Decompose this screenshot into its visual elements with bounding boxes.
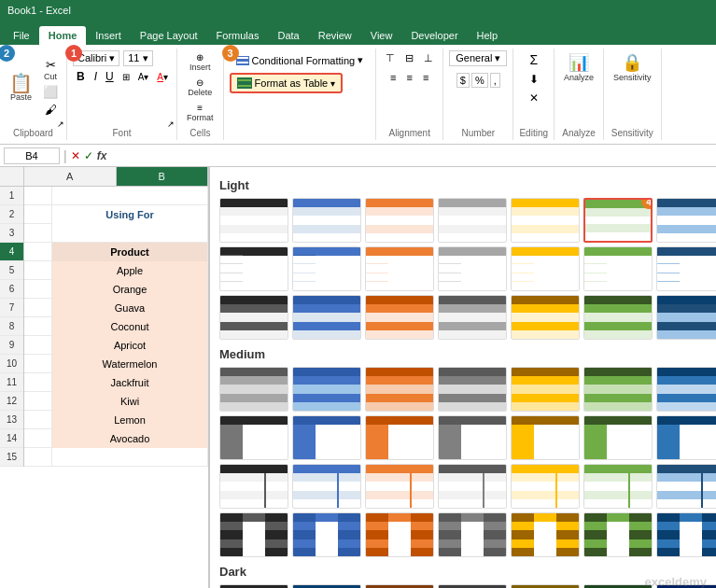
gallery-item[interactable] <box>511 464 580 509</box>
gallery-item[interactable] <box>292 415 361 460</box>
clear-button[interactable]: ✕ <box>526 90 542 106</box>
align-middle-button[interactable]: ⊟ <box>401 50 417 66</box>
gallery-item[interactable] <box>219 584 288 588</box>
gallery-item[interactable] <box>292 295 361 340</box>
cell-b11[interactable]: Jackfruit <box>52 373 208 392</box>
cell-a3[interactable] <box>24 224 52 243</box>
sensitivity-button[interactable]: 🔒 Sensitivity <box>610 50 655 84</box>
insert-cells-button[interactable]: ⊕Insert <box>186 50 215 74</box>
gallery-item[interactable] <box>656 295 716 340</box>
align-top-button[interactable]: ⊤ <box>382 50 399 66</box>
row-num-3[interactable]: 3 <box>0 224 23 243</box>
formula-function-button[interactable]: fx <box>97 149 107 162</box>
gallery-item[interactable] <box>656 246 716 291</box>
gallery-item[interactable] <box>219 464 288 509</box>
gallery-item[interactable] <box>292 584 361 588</box>
gallery-item[interactable] <box>583 512 653 557</box>
conditional-formatting-button[interactable]: Conditional Formatting ▾ <box>230 50 371 70</box>
bold-button[interactable]: B <box>73 68 89 85</box>
underline-button[interactable]: U <box>103 69 117 84</box>
gallery-item[interactable] <box>511 246 580 291</box>
formula-cancel-button[interactable]: ✕ <box>71 149 80 162</box>
gallery-item[interactable] <box>219 367 288 412</box>
name-box[interactable] <box>4 147 60 164</box>
gallery-item[interactable] <box>583 367 653 412</box>
align-right-button[interactable]: ≡ <box>419 70 432 85</box>
gallery-item[interactable] <box>583 295 653 340</box>
gallery-item[interactable] <box>438 367 507 412</box>
gallery-item[interactable] <box>219 246 288 291</box>
copy-button[interactable]: ⬜ <box>40 84 61 100</box>
row-num-5[interactable]: 5 <box>0 261 23 280</box>
align-bottom-button[interactable]: ⊥ <box>420 50 437 66</box>
gallery-item[interactable] <box>511 584 580 588</box>
gallery-item[interactable] <box>511 198 580 243</box>
tab-formulas[interactable]: Formulas <box>207 26 269 45</box>
gallery-item[interactable] <box>511 512 580 557</box>
gallery-item[interactable] <box>656 367 716 412</box>
cell-a6[interactable] <box>24 280 52 299</box>
gallery-item[interactable] <box>292 464 361 509</box>
gallery-item[interactable] <box>292 512 361 557</box>
analyze-data-button[interactable]: 📊 Analyze <box>560 50 597 84</box>
format-cells-button[interactable]: ≡Format <box>183 101 218 124</box>
cell-b12[interactable]: Kiwi <box>52 392 208 411</box>
tab-help[interactable]: Help <box>468 26 508 45</box>
cell-a9[interactable] <box>24 336 52 355</box>
gallery-item[interactable] <box>656 415 716 460</box>
formula-input[interactable] <box>110 150 712 161</box>
align-left-button[interactable]: ≡ <box>386 70 400 85</box>
tab-page-layout[interactable]: Page Layout <box>131 26 207 45</box>
gallery-item[interactable] <box>365 295 434 340</box>
cut-button[interactable]: ✂ Cut <box>40 57 61 82</box>
gallery-item[interactable] <box>656 512 716 557</box>
align-center-button[interactable]: ≡ <box>403 70 416 85</box>
gallery-item[interactable] <box>219 198 288 243</box>
gallery-item[interactable] <box>365 584 434 588</box>
gallery-item[interactable] <box>511 367 580 412</box>
border-button[interactable]: ⊞ <box>119 71 133 83</box>
gallery-item[interactable] <box>656 464 716 509</box>
cell-a14[interactable] <box>24 429 52 448</box>
number-format-dropdown[interactable]: General ▾ <box>449 50 507 66</box>
row-num-11[interactable]: 11 <box>0 373 23 392</box>
tab-insert[interactable]: Insert <box>86 26 131 45</box>
gallery-item[interactable] <box>438 512 507 557</box>
cell-b9[interactable]: Apricot <box>52 336 208 355</box>
cell-b3[interactable] <box>52 224 208 243</box>
gallery-item[interactable] <box>438 246 507 291</box>
tab-home[interactable]: Home <box>39 26 87 45</box>
font-size-dropdown[interactable]: 11 ▾ <box>123 50 152 66</box>
cell-a4[interactable] <box>24 243 52 261</box>
gallery-item[interactable] <box>365 464 434 509</box>
cell-b2[interactable]: Using For <box>52 205 208 224</box>
formula-confirm-button[interactable]: ✓ <box>84 149 93 162</box>
gallery-item[interactable] <box>292 198 361 243</box>
cell-b7[interactable]: Guava <box>52 299 208 317</box>
gallery-item[interactable] <box>219 415 288 460</box>
font-expand-icon[interactable]: ↗ <box>167 119 175 129</box>
gallery-item[interactable] <box>438 295 507 340</box>
cell-a7[interactable] <box>24 299 52 317</box>
tab-review[interactable]: Review <box>309 26 361 45</box>
tab-developer[interactable]: Developer <box>401 26 467 45</box>
tab-data[interactable]: Data <box>268 26 308 45</box>
gallery-item[interactable] <box>511 295 580 340</box>
cell-b10[interactable]: Watermelon <box>52 355 208 373</box>
gallery-item[interactable] <box>365 367 434 412</box>
col-header-a[interactable]: A <box>24 167 117 186</box>
row-num-9[interactable]: 9 <box>0 336 23 355</box>
row-num-12[interactable]: 12 <box>0 392 23 411</box>
cell-b15[interactable] <box>52 448 208 467</box>
cell-a12[interactable] <box>24 392 52 411</box>
cell-b14[interactable]: Avocado <box>52 429 208 448</box>
cell-a10[interactable] <box>24 355 52 373</box>
col-header-b[interactable]: B <box>117 167 209 186</box>
cell-a15[interactable] <box>24 448 52 467</box>
gallery-item-selected[interactable]: 4 <box>583 198 653 243</box>
gallery-item[interactable] <box>583 415 653 460</box>
gallery-item[interactable] <box>365 512 434 557</box>
percent-button[interactable]: % <box>471 73 488 88</box>
tab-view[interactable]: View <box>361 26 402 45</box>
row-num-1[interactable]: 1 <box>0 187 23 205</box>
